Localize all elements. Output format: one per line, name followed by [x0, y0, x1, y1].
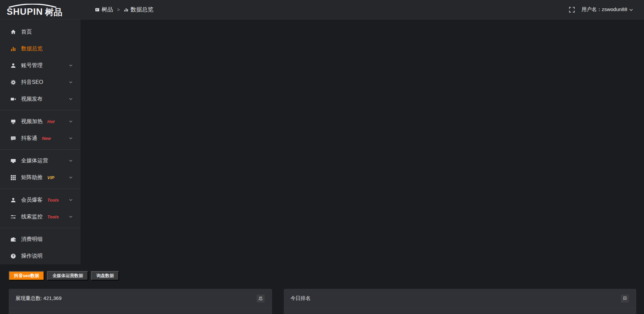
- fullscreen-icon[interactable]: [569, 7, 575, 13]
- user-menu[interactable]: 用户名：zswodun88: [582, 6, 633, 13]
- total-toggle-badge[interactable]: 总: [257, 295, 265, 303]
- question-circle-icon: ?: [10, 253, 16, 259]
- user-icon: [10, 63, 16, 68]
- sidebar-item-consumption[interactable]: 消费明细: [0, 231, 80, 248]
- sidebar-item-member-burst[interactable]: 会员爆客 Tools: [0, 192, 80, 208]
- sidebar-item-video-heat[interactable]: 视频加热 Hot: [0, 113, 80, 130]
- chevron-down-icon: [69, 98, 72, 100]
- user-icon: [10, 197, 16, 203]
- sidebar-divider: [0, 149, 80, 150]
- pie-leader-lines: [9, 308, 272, 314]
- top-row: 展现量总数: 421,369 总 D音SEO数据量总览: [9, 289, 636, 314]
- layout: 首页 数据总览 账号管理 抖音SEO 视频发布: [0, 19, 644, 314]
- display-icon: [10, 119, 16, 124]
- chevron-down-icon: [69, 137, 72, 140]
- today-ranking-panel: 今日排名 日 序号 关键词 排名 创建时间: [284, 289, 636, 314]
- home-icon: [10, 29, 16, 35]
- sidebar-item-data-overview[interactable]: 数据总览: [0, 40, 80, 57]
- sidebar-item-label: 操作说明: [21, 253, 43, 260]
- chevron-down-icon: [69, 216, 72, 218]
- tab-inquiry-data[interactable]: 询盘数据: [91, 271, 119, 280]
- username-label: 用户名：zswodun88: [582, 6, 627, 13]
- chevron-down-icon: [69, 64, 72, 67]
- pie-chart-area: D音SEO数据量总览 总评论量572: [9, 308, 272, 314]
- sidebar-item-label: 会员爆客: [21, 197, 43, 204]
- breadcrumb-label: 数据总览: [130, 6, 153, 13]
- sidebar-item-label: 账号管理: [21, 62, 43, 69]
- grid-icon: [10, 175, 16, 180]
- sidebar-item-account[interactable]: 账号管理: [0, 57, 80, 74]
- sidebar-item-label: 视频加热: [21, 118, 43, 125]
- breadcrumb-label: 树品: [102, 6, 113, 13]
- sidebar-item-label: 视频发布: [21, 96, 43, 103]
- sidebar-item-label: 首页: [21, 29, 32, 36]
- logo-text-cn: 树品: [45, 8, 62, 16]
- sidebar-item-help[interactable]: ? 操作说明: [0, 248, 80, 264]
- sidebar-divider: [0, 189, 80, 189]
- sidebar-divider: [0, 110, 80, 110]
- sidebar-item-omni-media[interactable]: 全媒体运营: [0, 152, 80, 169]
- sidebar-item-douketong[interactable]: 抖客通 New: [0, 130, 80, 147]
- sidebar-item-lead-monitor[interactable]: 线索监控 Tools: [0, 208, 80, 225]
- chart-panel-header: 展现量总数: 421,369 总: [9, 289, 272, 308]
- tools-badge: Tools: [47, 198, 59, 203]
- sidebar-item-home[interactable]: 首页: [0, 23, 80, 40]
- tools-badge: Tools: [47, 214, 59, 219]
- data-tabs: 抖音seo数据 全媒体运营数据 询盘数据: [9, 271, 636, 280]
- chevron-down-icon: [629, 9, 633, 11]
- svg-text:?: ?: [12, 254, 14, 258]
- sidebar-divider: [0, 228, 80, 228]
- tab-douyin-seo-data[interactable]: 抖音seo数据: [9, 271, 44, 280]
- sidebar-item-label: 矩阵助推: [21, 174, 43, 181]
- dashboard-icon: [95, 7, 100, 12]
- sidebar-item-label: 抖客通: [21, 135, 37, 142]
- sidebar-item-label: 消费明细: [21, 236, 43, 243]
- sidebar: 首页 数据总览 账号管理 抖音SEO 视频发布: [0, 19, 80, 264]
- chevron-down-icon: [69, 120, 72, 123]
- sidebar-item-matrix-boost[interactable]: 矩阵助推 VIP: [0, 169, 80, 186]
- chevron-down-icon: [69, 160, 72, 162]
- chevron-down-icon: [69, 176, 72, 179]
- wallet-icon: [10, 237, 16, 242]
- gear-icon: [10, 80, 16, 85]
- sidebar-item-label: 抖音SEO: [21, 79, 43, 86]
- logo-arc: [7, 4, 58, 8]
- top-bar: SHUPIN 树品 树品 > 数据总览 用户名：zswodun88: [0, 0, 644, 19]
- chevron-down-icon: [69, 81, 72, 84]
- day-toggle-badge[interactable]: 日: [621, 295, 629, 303]
- breadcrumb-item-home[interactable]: 树品: [95, 6, 113, 13]
- logo: SHUPIN 树品: [0, 3, 80, 16]
- sidebar-item-douyin-seo[interactable]: 抖音SEO: [0, 74, 80, 91]
- sidebar-item-label: 数据总览: [21, 45, 43, 52]
- breadcrumb-item-current[interactable]: 数据总览: [124, 6, 153, 13]
- vip-badge: VIP: [47, 175, 54, 180]
- bar-chart-icon: [124, 7, 128, 12]
- seo-overview-panel: 展现量总数: 421,369 总 D音SEO数据量总览: [9, 289, 272, 314]
- tab-omni-media-data[interactable]: 全媒体运营数据: [47, 271, 88, 280]
- comment-icon: [10, 136, 16, 141]
- impressions-total-label: 展现量总数: 421,369: [15, 295, 62, 302]
- chevron-down-icon: [69, 199, 72, 201]
- sliders-icon: [10, 214, 16, 220]
- monitor-icon: [10, 158, 16, 164]
- sidebar-item-label: 线索监控: [21, 213, 43, 220]
- sidebar-item-label: 全媒体运营: [21, 157, 48, 164]
- new-badge: New: [42, 136, 51, 141]
- ranking-panel-header: 今日排名 日: [284, 289, 636, 308]
- main-content: 抖音seo数据 全媒体运营数据 询盘数据 展现量总数: 421,369 总 D音…: [0, 264, 644, 314]
- app: SHUPIN 树品 树品 > 数据总览 用户名：zswodun88: [0, 0, 644, 314]
- top-right-actions: 用户名：zswodun88: [569, 6, 644, 13]
- bar-chart-icon: [10, 46, 16, 52]
- breadcrumb-separator: >: [117, 7, 120, 12]
- video-camera-icon: [10, 96, 16, 102]
- hot-badge: Hot: [47, 119, 55, 124]
- breadcrumb: 树品 > 数据总览: [95, 6, 153, 13]
- ranking-title: 今日排名: [290, 295, 311, 302]
- sidebar-item-video-publish[interactable]: 视频发布: [0, 91, 80, 107]
